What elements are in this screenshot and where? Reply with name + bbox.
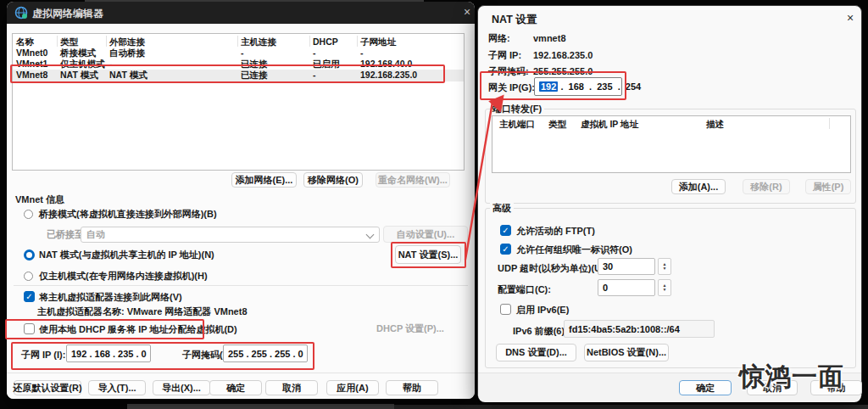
cell-name: VMnet1 (16, 59, 47, 70)
background-bottom-remnant (127, 404, 394, 409)
local-dhcp-checkbox[interactable] (24, 323, 35, 334)
gateway-octets-rest: . 168 . 235 . 254 (558, 81, 641, 92)
allow-active-ftp-checkbox[interactable]: ✓ (500, 225, 511, 236)
nat-settings-dialog: NAT 设置 × 网络: vmnet8 子网 IP: 192.168.235.0… (477, 5, 862, 401)
nat-close-icon[interactable]: × (843, 11, 858, 25)
ipv6-prefix-label: IPv6 前缀(6): (513, 326, 568, 337)
nat-subnet-ip-label: 子网 IP: (488, 50, 521, 61)
dns-settings-button[interactable]: DNS 设置(D)... (496, 344, 576, 361)
header-divider (309, 36, 310, 47)
gateway-octet-selected: 192 (539, 81, 558, 92)
host-only-radio[interactable] (24, 272, 33, 281)
udp-timeout-stepper[interactable]: ▲ ▼ (658, 258, 671, 275)
editor-body: 名称 类型 外部连接 主机连接 DHCP 子网地址 VMnet0 桥接模式 自动… (7, 24, 475, 399)
cell-subnet: 192.168.40.0 (360, 59, 412, 70)
cell-name: VMnet8 (16, 70, 47, 81)
host-only-label: 仅主机模式(在专用网络内连接虚拟机)(H) (39, 271, 208, 282)
nat-mode-radio-selected[interactable] (24, 249, 35, 261)
netbios-settings-button[interactable]: NetBIOS 设置(N)... (584, 344, 669, 361)
help-button[interactable]: 帮助 (386, 380, 438, 395)
pf-properties-button: 属性(P) (805, 179, 851, 194)
background-bottom-remnant-2 (394, 405, 868, 409)
cell-dhcp: - (313, 48, 316, 59)
gateway-ip-input[interactable]: 192 . 168 . 235 . 254 (534, 77, 622, 96)
enable-ipv6-checkbox[interactable] (500, 304, 511, 315)
auto-settings-button: 自动设置(U)... (383, 226, 468, 243)
table-row-vmnet8-selected[interactable]: VMnet8 NAT 模式 NAT 模式 已连接 - 192.168.235.0 (13, 70, 464, 81)
subnet-ip-label: 子网 IP (I): (21, 350, 65, 361)
connect-host-adapter-checkbox[interactable]: ✓ (24, 291, 35, 302)
bridged-mode-radio[interactable] (24, 210, 33, 219)
pf-col-type: 类型 (548, 119, 566, 130)
check-icon: ✓ (25, 291, 32, 302)
spin-down-icon[interactable]: ▼ (663, 288, 667, 292)
header-divider (237, 36, 238, 47)
cell-subnet: 192.168.235.0 (360, 70, 417, 81)
bridged-to-value: 自动 (86, 228, 105, 241)
check-icon: ✓ (502, 244, 509, 255)
cell-name: VMnet0 (16, 48, 47, 59)
export-button[interactable]: 导出(X)... (153, 380, 210, 395)
editor-close-icon[interactable]: × (459, 5, 475, 19)
header-divider (57, 36, 58, 47)
nat-ok-button[interactable]: 确定 (679, 380, 732, 395)
restore-defaults-button[interactable]: 还原默认设置(R) (14, 380, 81, 395)
remove-network-button[interactable]: 移除网络(O) (303, 172, 363, 188)
table-row-vmnet1[interactable]: VMnet1 仅主机模式 - 已连接 已启用 192.168.40.0 (13, 59, 464, 70)
allow-active-ftp-label: 允许活动的 FTP(T) (516, 226, 595, 237)
network-adapter-table[interactable]: 名称 类型 外部连接 主机连接 DHCP 子网地址 VMnet0 桥接模式 自动… (12, 33, 465, 171)
subnet-mask-input[interactable]: 255 . 255 . 255 . 0 (223, 345, 308, 362)
config-port-input[interactable]: 0 (598, 279, 655, 296)
allow-oui-checkbox[interactable]: ✓ (500, 244, 511, 255)
nat-dialog-title: NAT 设置 (492, 13, 537, 27)
nat-settings-button[interactable]: NAT 设置(S)... (395, 245, 461, 264)
config-port-stepper[interactable]: ▲ ▼ (658, 279, 671, 296)
gateway-ip-label: 网关 IP(G): (488, 82, 535, 93)
col-header-dhcp: DHCP (313, 36, 338, 48)
cancel-button[interactable]: 取消 (265, 380, 318, 395)
editor-titlebar: 虚拟网络编辑器 × (7, 2, 475, 24)
cell-type: NAT 模式 (60, 70, 98, 81)
cell-host: - (241, 48, 244, 59)
nat-mode-label: NAT 模式(与虚拟机共享主机的 IP 地址)(N) (39, 249, 214, 261)
add-network-button[interactable]: 添加网络(E)... (231, 172, 297, 188)
local-dhcp-label: 使用本地 DHCP 服务将 IP 地址分配给虚拟机(D) (39, 324, 237, 335)
chevron-down-icon (366, 231, 375, 239)
network-label: 网络: (488, 33, 510, 44)
spin-down-icon[interactable]: ▼ (663, 266, 667, 271)
pf-remove-button: 移除(R) (743, 179, 790, 194)
nat-subnet-ip-value: 192.168.235.0 (533, 50, 593, 61)
header-divider (357, 36, 358, 47)
rename-network-button: 重命名网络(W)... (376, 172, 450, 188)
table-header-row: 名称 类型 外部连接 主机连接 DHCP 子网地址 (13, 36, 464, 48)
table-row-vmnet0[interactable]: VMnet0 桥接模式 自动桥接 - - - (13, 48, 464, 59)
cell-external: 自动桥接 (109, 48, 145, 59)
watermark-text: 惊鸿一面 (739, 360, 844, 395)
udp-timeout-input[interactable]: 30 (598, 258, 655, 275)
bridged-mode-label: 桥接模式(将虚拟机直接连接到外部网络)(B) (39, 209, 217, 220)
pf-col-description: 描述 (706, 119, 724, 130)
import-button[interactable]: 导入(T)... (88, 380, 146, 395)
bridged-to-dropdown[interactable]: 自动 (81, 227, 380, 243)
cell-host: 已连接 (241, 70, 268, 81)
ipv6-prefix-input: fd15:4ba5:5a2b:1008::/64 (564, 320, 715, 338)
apply-button[interactable]: 应用(A) (326, 380, 379, 395)
virtual-network-editor-window: 虚拟网络编辑器 × 名称 类型 外部连接 主机连接 DHCP 子网地址 VMne… (7, 2, 475, 399)
col-header-name: 名称 (16, 36, 34, 48)
subnet-ip-input[interactable]: 192 . 168 . 235 . 0 (66, 345, 151, 362)
cell-external: NAT 模式 (109, 70, 147, 81)
port-forwarding-table[interactable]: 主机端口 类型 虚拟机 IP 地址 描述 (492, 115, 851, 173)
pf-col-vm-ip: 虚拟机 IP 地址 (581, 119, 638, 130)
pf-add-button[interactable]: 添加(A)... (671, 179, 726, 194)
cell-dhcp: - (313, 70, 316, 81)
pf-col-host-port: 主机端口 (499, 119, 535, 130)
cell-subnet: - (360, 48, 364, 59)
check-icon: ✓ (502, 225, 509, 236)
separator (14, 285, 468, 286)
port-forwarding-group-label: 端口转发(F) (490, 103, 544, 115)
header-divider (106, 36, 107, 47)
port-forwarding-group: 主机端口 类型 虚拟机 IP 地址 描述 添加(A)... 移除(R) 属性(P… (485, 109, 856, 204)
advanced-group: ✓ 允许活动的 FTP(T) ✓ 允许任何组织唯一标识符(O) UDP 超时(以… (485, 208, 856, 368)
cell-type: 仅主机模式 (60, 59, 105, 70)
ok-button[interactable]: 确定 (209, 380, 262, 395)
